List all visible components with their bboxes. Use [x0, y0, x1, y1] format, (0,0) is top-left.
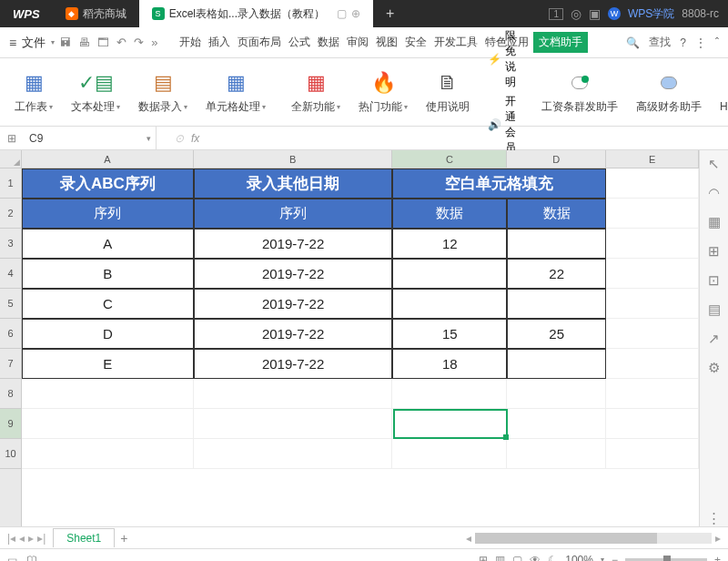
cell-E4[interactable]: [606, 259, 699, 289]
cell-C3[interactable]: 12: [392, 229, 507, 259]
cell-E7[interactable]: [606, 349, 699, 379]
sp-export-icon[interactable]: ↗: [708, 331, 720, 347]
rg-hr[interactable]: HR助手: [713, 70, 728, 115]
box2-icon[interactable]: ▣: [589, 6, 601, 21]
sp-layers-icon[interactable]: ▤: [708, 301, 721, 318]
cell-D5[interactable]: [507, 289, 606, 319]
row-header-3[interactable]: 3: [0, 229, 21, 259]
open-member-link[interactable]: 🔊开通会员: [488, 94, 516, 156]
view-normal-icon[interactable]: ⊞: [479, 554, 488, 562]
cell-A3[interactable]: A: [22, 229, 194, 259]
sheet-first-icon[interactable]: |◂: [5, 532, 17, 545]
tab-doc[interactable]: S Excel表格如...录入数据（教程） ▢ ⊕: [139, 0, 373, 27]
menu-data[interactable]: 数据: [315, 32, 342, 53]
menu-start[interactable]: 开始: [177, 32, 204, 53]
st-mode-icon[interactable]: ▭: [7, 554, 17, 562]
cell-C7[interactable]: 18: [392, 349, 507, 379]
hscroll-right-icon[interactable]: ▸: [713, 532, 723, 545]
menu-devtools[interactable]: 开发工具: [431, 32, 480, 53]
cell-A2[interactable]: 序列: [22, 199, 194, 229]
search-icon[interactable]: 🔍: [626, 36, 640, 49]
cell-D6[interactable]: 25: [507, 319, 606, 349]
cell-D4[interactable]: 22: [507, 259, 606, 289]
cell-D3[interactable]: [507, 229, 606, 259]
view-dark-icon[interactable]: ☾: [548, 554, 558, 562]
cloud-icon[interactable]: ◎: [571, 6, 581, 21]
cell-B8[interactable]: [194, 379, 393, 409]
row-header-1[interactable]: 1: [0, 168, 21, 199]
cell-A6[interactable]: D: [22, 319, 194, 349]
help-icon[interactable]: ?: [680, 36, 686, 49]
col-header-E[interactable]: E: [606, 150, 699, 168]
cell-C10[interactable]: [392, 439, 507, 469]
cell-C8[interactable]: [392, 379, 507, 409]
sheet-tab-1[interactable]: Sheet1: [53, 528, 115, 547]
col-header-C[interactable]: C: [392, 150, 507, 168]
sp-shape-icon[interactable]: ◠: [708, 185, 720, 201]
cell-B10[interactable]: [194, 439, 393, 469]
cell-C4[interactable]: [392, 259, 507, 289]
cell-A10[interactable]: [22, 439, 194, 469]
rg-new-features[interactable]: ▦ 全新功能▾: [284, 70, 348, 115]
rg-text[interactable]: ✓▤ 文本处理▾: [64, 70, 127, 115]
cell-B2[interactable]: 序列: [194, 199, 393, 229]
namebox-dropdown[interactable]: ▾: [141, 134, 156, 143]
cell-B6[interactable]: 2019-7-22: [194, 319, 393, 349]
sp-gear-icon[interactable]: ⚙: [708, 360, 720, 376]
cell-C6[interactable]: 15: [392, 319, 507, 349]
row-header-8[interactable]: 8: [0, 379, 21, 409]
cell-A4[interactable]: B: [22, 259, 194, 289]
collapse-icon[interactable]: ˆ: [715, 36, 719, 49]
sp-palette-icon[interactable]: ▦: [708, 214, 721, 230]
undo-icon[interactable]: ↶: [114, 36, 129, 49]
sheet-prev-icon[interactable]: ◂: [17, 532, 26, 545]
rg-hot-features[interactable]: 🔥 热门功能▾: [351, 70, 415, 115]
menu-layout[interactable]: 页面布局: [235, 32, 284, 53]
cell-D8[interactable]: [507, 379, 606, 409]
row-header-9[interactable]: 9: [0, 409, 21, 439]
cell-C2[interactable]: 数据: [392, 199, 507, 229]
box-icon[interactable]: 1: [549, 8, 563, 20]
cell-B1[interactable]: 录入其他日期: [194, 168, 393, 199]
overflow-icon[interactable]: ⋮: [695, 36, 706, 49]
sp-more-icon[interactable]: ⋮: [707, 510, 721, 526]
print-icon[interactable]: 🖶: [76, 36, 93, 49]
cell-E1[interactable]: [606, 168, 699, 199]
cell-D7[interactable]: [507, 349, 606, 379]
zoom-value[interactable]: 100%: [565, 554, 593, 562]
col-header-B[interactable]: B: [194, 150, 393, 168]
fx-label[interactable]: fx: [191, 132, 199, 145]
row-header-6[interactable]: 6: [0, 319, 21, 349]
col-header-A[interactable]: A: [22, 150, 194, 168]
namebox[interactable]: C9: [24, 132, 141, 145]
add-sheet-button[interactable]: +: [120, 531, 127, 546]
cell-B9[interactable]: [194, 409, 393, 439]
select-all-corner[interactable]: ◢: [0, 150, 21, 168]
zoom-out-icon[interactable]: −: [612, 554, 618, 562]
wps-academy-link[interactable]: WPS学院: [628, 6, 674, 22]
search-label[interactable]: 查找: [649, 35, 671, 50]
cursor-icon[interactable]: ↖: [708, 156, 720, 172]
cell-D2[interactable]: 数据: [507, 199, 606, 229]
new-tab-button[interactable]: +: [373, 5, 407, 22]
row-header-7[interactable]: 7: [0, 349, 21, 379]
menu-review[interactable]: 审阅: [344, 32, 371, 53]
cell-A7[interactable]: E: [22, 349, 194, 379]
hscroll-left-icon[interactable]: ◂: [464, 532, 473, 545]
row-header-5[interactable]: 5: [0, 289, 21, 319]
menu-dochelper[interactable]: 文档助手: [533, 32, 588, 53]
hscroll-thumb[interactable]: [475, 533, 657, 544]
cell-A5[interactable]: C: [22, 289, 194, 319]
st-lock-icon[interactable]: 🕮: [26, 554, 37, 562]
view-read-icon[interactable]: 👁: [530, 554, 541, 562]
preview-icon[interactable]: 🗔: [95, 36, 112, 49]
cell-B4[interactable]: 2019-7-22: [194, 259, 393, 289]
col-header-D[interactable]: D: [507, 150, 606, 168]
rg-worksheet[interactable]: ▦ 工作表▾: [7, 70, 60, 115]
sheet-next-icon[interactable]: ▸: [26, 532, 35, 545]
user-label[interactable]: 8808-rc: [682, 7, 719, 20]
file-menu[interactable]: 文件: [22, 35, 46, 51]
rg-cell[interactable]: ▦ 单元格处理▾: [198, 70, 273, 115]
rg-usage[interactable]: 🗎 使用说明: [419, 70, 477, 115]
exempt-link[interactable]: ⚡限免说明: [488, 28, 516, 90]
